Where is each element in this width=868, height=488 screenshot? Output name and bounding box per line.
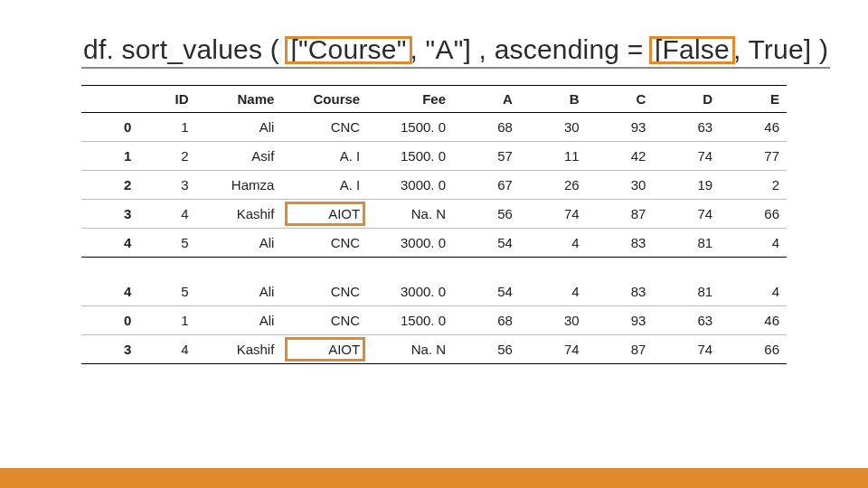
col-header-id: ID bbox=[138, 86, 195, 113]
cell-e: 2 bbox=[720, 171, 787, 200]
cell-a: 54 bbox=[453, 277, 520, 306]
cell-e: 46 bbox=[720, 113, 787, 142]
slide: df. sort_values ( ["Course", "A"] , asce… bbox=[0, 0, 868, 488]
table-row: 01AliCNC1500. 06830936346 bbox=[81, 306, 787, 335]
cell-course: A. I bbox=[281, 142, 367, 171]
header-row: ID Name Course Fee A B C D E bbox=[81, 86, 787, 113]
footer-accent-bar bbox=[0, 468, 868, 488]
cell-id: 5 bbox=[138, 229, 195, 258]
cell-id: 2 bbox=[138, 142, 195, 171]
cell-id: 4 bbox=[138, 200, 195, 229]
cell-d: 63 bbox=[653, 113, 720, 142]
table-row: 45AliCNC3000. 054483814 bbox=[81, 229, 787, 258]
table-row: 01AliCNC1500. 06830936346 bbox=[81, 113, 787, 142]
table-row: 12AsifA. I1500. 05711427477 bbox=[81, 142, 787, 171]
table-row: 23HamzaA. I3000. 0672630192 bbox=[81, 171, 787, 200]
cell-c: 93 bbox=[587, 306, 654, 335]
cell-b: 26 bbox=[520, 171, 587, 200]
table-row: 34KashifAIOTNa. N5674877466 bbox=[81, 335, 787, 364]
cell-name: Kashif bbox=[195, 200, 281, 229]
cell-course: AIOT bbox=[281, 200, 367, 229]
title-part-1: df. sort_values ( bbox=[83, 34, 287, 64]
title-highlight-2: [False bbox=[651, 34, 733, 64]
col-header-fee: Fee bbox=[367, 86, 453, 113]
cell-b: 30 bbox=[520, 113, 587, 142]
cell-a: 57 bbox=[453, 142, 520, 171]
cell-id: 1 bbox=[138, 306, 195, 335]
col-header-name: Name bbox=[195, 86, 281, 113]
row-index: 3 bbox=[81, 200, 138, 229]
dataframe-table-original: ID Name Course Fee A B C D E 01AliCNC150… bbox=[81, 85, 787, 258]
cell-e: 66 bbox=[720, 200, 787, 229]
title-part-3: , True] ) bbox=[733, 34, 828, 64]
cell-course: AIOT bbox=[281, 335, 367, 364]
cell-a: 68 bbox=[453, 306, 520, 335]
cell-d: 19 bbox=[653, 171, 720, 200]
cell-c: 30 bbox=[587, 171, 654, 200]
row-index: 4 bbox=[81, 229, 138, 258]
table-row: 45AliCNC3000. 054483814 bbox=[81, 277, 787, 306]
cell-course: CNC bbox=[281, 306, 367, 335]
tables-container: ID Name Course Fee A B C D E 01AliCNC150… bbox=[81, 85, 787, 364]
cell-d: 74 bbox=[653, 335, 720, 364]
cell-e: 4 bbox=[720, 277, 787, 306]
cell-a: 56 bbox=[453, 335, 520, 364]
cell-c: 83 bbox=[587, 277, 654, 306]
cell-a: 56 bbox=[453, 200, 520, 229]
cell-course: A. I bbox=[281, 171, 367, 200]
cell-name: Ali bbox=[195, 229, 281, 258]
cell-fee: Na. N bbox=[367, 335, 453, 364]
row-index: 1 bbox=[81, 142, 138, 171]
title-part-2: , "A"] , ascending = bbox=[410, 34, 651, 64]
cell-name: Ali bbox=[195, 277, 281, 306]
title-highlight-1: ["Course" bbox=[287, 34, 410, 64]
cell-b: 4 bbox=[520, 229, 587, 258]
col-header-b: B bbox=[520, 86, 587, 113]
col-header-index bbox=[81, 86, 138, 113]
cell-course: CNC bbox=[281, 113, 367, 142]
cell-d: 81 bbox=[653, 277, 720, 306]
cell-d: 81 bbox=[653, 229, 720, 258]
cell-e: 4 bbox=[720, 229, 787, 258]
cell-a: 54 bbox=[453, 229, 520, 258]
cell-id: 3 bbox=[138, 171, 195, 200]
cell-course: CNC bbox=[281, 229, 367, 258]
cell-name: Ali bbox=[195, 306, 281, 335]
table-row: 34KashifAIOTNa. N5674877466 bbox=[81, 200, 787, 229]
cell-id: 4 bbox=[138, 335, 195, 364]
cell-id: 1 bbox=[138, 113, 195, 142]
table-body-1: 01AliCNC1500. 0683093634612AsifA. I1500.… bbox=[81, 113, 787, 258]
cell-d: 74 bbox=[653, 200, 720, 229]
row-index: 4 bbox=[81, 277, 138, 306]
cell-c: 87 bbox=[587, 335, 654, 364]
cell-a: 67 bbox=[453, 171, 520, 200]
col-header-a: A bbox=[453, 86, 520, 113]
cell-c: 42 bbox=[587, 142, 654, 171]
table-body-2: 45AliCNC3000. 05448381401AliCNC1500. 068… bbox=[81, 277, 787, 364]
cell-b: 4 bbox=[520, 277, 587, 306]
cell-fee: 3000. 0 bbox=[367, 229, 453, 258]
cell-b: 11 bbox=[520, 142, 587, 171]
cell-fee: 3000. 0 bbox=[367, 171, 453, 200]
title-wrap: df. sort_values ( ["Course", "A"] , asce… bbox=[81, 34, 787, 69]
cell-name: Hamza bbox=[195, 171, 281, 200]
cell-course: CNC bbox=[281, 277, 367, 306]
cell-b: 30 bbox=[520, 306, 587, 335]
cell-fee: 3000. 0 bbox=[367, 277, 453, 306]
slide-title: df. sort_values ( ["Course", "A"] , asce… bbox=[81, 34, 830, 69]
cell-id: 5 bbox=[138, 277, 195, 306]
cell-c: 87 bbox=[587, 200, 654, 229]
cell-d: 74 bbox=[653, 142, 720, 171]
row-index: 3 bbox=[81, 335, 138, 364]
cell-fee: 1500. 0 bbox=[367, 306, 453, 335]
row-index: 2 bbox=[81, 171, 138, 200]
cell-e: 66 bbox=[720, 335, 787, 364]
cell-e: 46 bbox=[720, 306, 787, 335]
cell-fee: 1500. 0 bbox=[367, 113, 453, 142]
cell-name: Kashif bbox=[195, 335, 281, 364]
cell-c: 93 bbox=[587, 113, 654, 142]
col-header-d: D bbox=[653, 86, 720, 113]
cell-b: 74 bbox=[520, 335, 587, 364]
cell-fee: 1500. 0 bbox=[367, 142, 453, 171]
cell-e: 77 bbox=[720, 142, 787, 171]
